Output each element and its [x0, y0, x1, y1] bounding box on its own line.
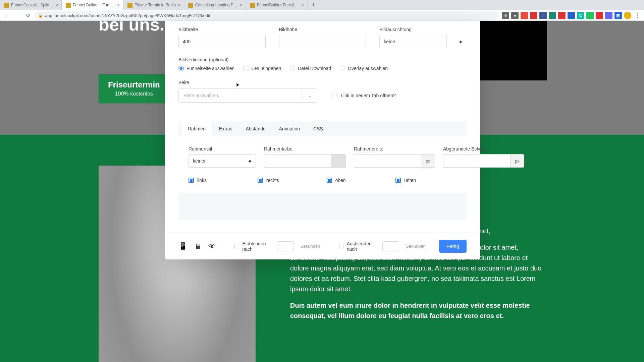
- forward-button[interactable]: →: [13, 11, 21, 19]
- rahmenfarbe-input[interactable]: [264, 154, 331, 168]
- close-icon[interactable]: ×: [117, 3, 120, 8]
- ext-icon[interactable]: [558, 12, 566, 19]
- color-swatch[interactable]: [331, 154, 346, 168]
- radio-icon: [290, 66, 295, 71]
- paragraph-bold: Duis autem vel eum iriure dolor in hendr…: [290, 300, 545, 321]
- side-unten[interactable]: unten: [395, 178, 457, 183]
- tab-css[interactable]: CSS: [307, 121, 329, 136]
- bildhoehe-input[interactable]: [279, 35, 366, 48]
- cta-title: Friseurtermin: [108, 80, 160, 89]
- chevron-down-icon: ⌄: [308, 93, 312, 98]
- rahmenbreite-input[interactable]: [354, 154, 421, 168]
- tab-strip: FunnelCockpit - Splittests, Ma× Funnel B…: [0, 0, 644, 10]
- browser-tab-0[interactable]: FunnelCockpit - Splittests, Ma×: [0, 0, 62, 10]
- tab-abstaende[interactable]: Abstände: [240, 121, 272, 136]
- field-label: Rahmenbreite: [354, 146, 435, 152]
- ext-icon[interactable]: ⚙: [502, 12, 509, 19]
- favicon-icon: [188, 3, 193, 8]
- field-label: Bildausrichtung: [379, 27, 467, 32]
- cta-box[interactable]: Friseurtermin 100% kostenlos: [99, 74, 169, 103]
- mobile-icon[interactable]: 📱: [178, 242, 187, 251]
- close-icon[interactable]: ×: [178, 3, 180, 8]
- modal-footer: 📱 🖥 👁 Einblenden nach Sekunden Ausblende…: [165, 233, 480, 259]
- ext-icon[interactable]: f: [539, 12, 547, 19]
- field-label: Rahmenstil: [189, 146, 256, 152]
- fertig-button[interactable]: Fertig: [439, 240, 467, 253]
- tab-title: FunnelCockpit - Splittests, Ma: [11, 3, 53, 7]
- field-label: Rahmenfarbe: [264, 146, 346, 152]
- radio-label: Overlay auswählen: [348, 66, 388, 71]
- radio-label: Datei Download: [298, 66, 331, 71]
- side-label: links: [197, 178, 207, 183]
- divider: [301, 92, 302, 100]
- reload-button[interactable]: ⟳: [24, 11, 32, 19]
- avatar[interactable]: [624, 12, 631, 19]
- tab-rahmen[interactable]: Rahmen: [182, 121, 212, 136]
- tab-animation[interactable]: Animation: [273, 121, 306, 136]
- browser-tab-4[interactable]: FunnelBuilder Funktionen & El×: [246, 0, 308, 10]
- border-sides: links rechts oben unten: [189, 178, 457, 183]
- ext-icon[interactable]: IQ: [577, 12, 584, 19]
- side-oben[interactable]: oben: [327, 178, 388, 183]
- field-rahmenbreite: Rahmenbreite px: [354, 146, 435, 168]
- bildausrichtung-select[interactable]: [379, 35, 447, 48]
- close-icon[interactable]: ×: [239, 3, 242, 8]
- field-radius: Abgerundete Ecken px: [443, 146, 524, 168]
- radio-overlay[interactable]: Overlay auswählen: [340, 66, 388, 71]
- ext-icon[interactable]: [530, 12, 537, 19]
- new-tab-button[interactable]: +: [308, 0, 320, 10]
- radio-datei[interactable]: Datei Download: [290, 66, 331, 71]
- side-rechts[interactable]: rechts: [258, 178, 319, 183]
- browser-tab-2[interactable]: Friseur Termin in Berlin×: [123, 0, 184, 10]
- tab-extras[interactable]: Extras: [213, 121, 238, 136]
- radio-icon: [243, 66, 249, 71]
- unit-label: Sekunden: [406, 244, 426, 249]
- side-links[interactable]: links: [189, 178, 250, 183]
- einblenden-row[interactable]: Einblenden nach: [234, 241, 270, 252]
- tab-title: Funnel Builder - FunnelCockpit: [73, 3, 115, 7]
- unit-label: Sekunden: [301, 244, 320, 249]
- side-label: oben: [335, 178, 346, 183]
- ext-icon[interactable]: [586, 12, 594, 19]
- close-icon[interactable]: ×: [55, 3, 58, 8]
- ext-icon[interactable]: ★: [511, 12, 519, 19]
- checkbox-icon: [189, 178, 194, 183]
- radio-url[interactable]: URL eingeben: [243, 66, 281, 71]
- link-type-radios: Funnelseite auswählen URL eingeben Datei…: [178, 66, 467, 71]
- desktop-icon[interactable]: 🖥: [194, 242, 202, 251]
- side-label: unten: [404, 178, 416, 183]
- ausblenden-input[interactable]: [382, 241, 399, 251]
- tab-title: Friseur Termin in Berlin: [135, 3, 176, 7]
- radius-input[interactable]: [443, 154, 510, 168]
- browser-toolbar: ← → ⟳ 🔒 app.funnelcockpit.com/funnel/zhY…: [0, 10, 644, 21]
- address-bar[interactable]: 🔒 app.funnelcockpit.com/funnel/zhYZY7bGz…: [35, 11, 499, 20]
- field-bildausrichtung: Bildausrichtung ◆: [379, 27, 467, 48]
- ext-icon[interactable]: [596, 12, 603, 19]
- favicon-icon: [4, 3, 9, 8]
- einblenden-input[interactable]: [277, 241, 294, 251]
- favicon-icon: [250, 3, 255, 8]
- lock-icon: 🔒: [38, 13, 43, 18]
- ext-icon[interactable]: [605, 12, 612, 19]
- field-rahmenstil: Rahmenstil ◆: [189, 146, 256, 168]
- eye-icon[interactable]: 👁: [208, 242, 216, 251]
- menu-icon[interactable]: ⋮: [633, 11, 641, 19]
- field-label: Bildbreite: [178, 27, 266, 32]
- newtab-checkbox-row[interactable]: Link in neuem Tab öffnen?: [332, 93, 396, 98]
- rahmenstil-select[interactable]: [189, 154, 256, 168]
- close-icon[interactable]: ×: [301, 3, 304, 8]
- ext-icon[interactable]: [521, 12, 528, 19]
- field-label: Bildhöhe: [279, 27, 366, 32]
- browser-tab-1[interactable]: Funnel Builder - FunnelCockpit×: [62, 0, 123, 10]
- back-button[interactable]: ←: [3, 11, 11, 19]
- cta-subtitle: 100% kostenlos: [108, 91, 160, 97]
- ausblenden-row[interactable]: Ausblenden nach: [339, 241, 376, 252]
- ext-icon[interactable]: [549, 12, 556, 19]
- ext-icon[interactable]: [568, 12, 575, 19]
- radio-funnelseite[interactable]: Funnelseite auswählen: [178, 66, 234, 71]
- seite-select[interactable]: Seite auswählen... ⌄: [178, 88, 317, 103]
- bildbreite-input[interactable]: [178, 35, 266, 48]
- ext-icon[interactable]: 📊: [614, 12, 622, 19]
- browser-tab-3[interactable]: Consulting Landing Page×: [184, 0, 246, 10]
- favicon-icon: [127, 3, 132, 8]
